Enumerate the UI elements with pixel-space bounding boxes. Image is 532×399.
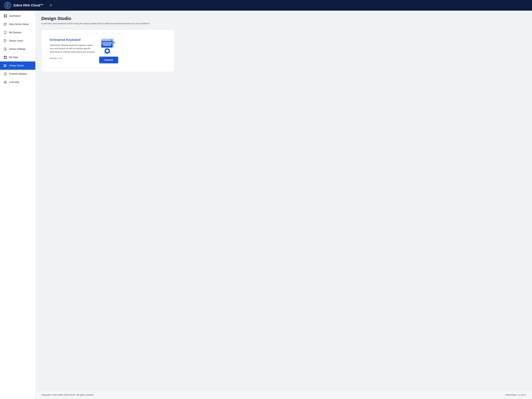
svg-rect-47 bbox=[109, 43, 110, 44]
svg-rect-7 bbox=[4, 16, 5, 18]
card-container: Enterprise Keyboard Zebra-built software… bbox=[41, 29, 174, 72]
footer-rights: All rights reserved. bbox=[76, 394, 94, 396]
sidebar-label-device-users: Device Users bbox=[9, 39, 23, 42]
ek-card-right: Launch bbox=[99, 38, 118, 63]
svg-rect-43 bbox=[102, 43, 103, 44]
sidebar-label-my-devices: My Devices bbox=[9, 31, 21, 34]
sidebar-label-dashboard: Dashboard bbox=[9, 15, 21, 17]
sidebar-label-my-apps: My Apps bbox=[9, 56, 18, 59]
svg-rect-57 bbox=[104, 51, 106, 51]
licensing-icon bbox=[4, 80, 7, 84]
svg-rect-42 bbox=[110, 42, 112, 43]
footer: Copyright © 2024 Zebra DNA Cloud™ All ri… bbox=[35, 391, 532, 399]
sidebar-label-design-studio: Design Studio bbox=[9, 64, 24, 67]
launch-button[interactable]: Launch bbox=[99, 57, 118, 63]
new-device-icon bbox=[4, 22, 7, 26]
footer-copyright: Copyright © 2024 Zebra DNA Cloud™ All ri… bbox=[41, 394, 94, 396]
svg-rect-9 bbox=[4, 23, 5, 24]
svg-rect-26 bbox=[4, 56, 5, 57]
sidebar-item-device-users[interactable]: Device Users bbox=[0, 37, 35, 45]
sidebar: Dashboard New Device Setup bbox=[0, 11, 35, 399]
sidebar-item-android-updates[interactable]: Android Updates bbox=[0, 70, 35, 78]
shield-icon bbox=[4, 72, 7, 76]
apps-icon bbox=[4, 56, 7, 59]
logo: Zebra DNA Cloud™ bbox=[4, 2, 43, 9]
design-icon bbox=[4, 64, 7, 67]
ek-title: Enterprise Keyboard bbox=[50, 38, 96, 42]
sidebar-label-device-settings: Device Settings bbox=[9, 48, 25, 51]
svg-rect-46 bbox=[107, 43, 108, 44]
svg-rect-5 bbox=[4, 14, 5, 16]
sidebar-item-dashboard[interactable]: Dashboard bbox=[0, 12, 35, 20]
svg-point-54 bbox=[106, 50, 109, 52]
svg-rect-37 bbox=[102, 42, 103, 43]
device-icon bbox=[4, 31, 7, 34]
enterprise-keyboard-icon bbox=[100, 38, 118, 54]
enterprise-keyboard-card: Enterprise Keyboard Zebra-built software… bbox=[46, 34, 122, 68]
ek-description: Zebra-built software keyboard supports c… bbox=[50, 44, 96, 53]
svg-rect-29 bbox=[6, 58, 7, 59]
svg-rect-6 bbox=[6, 14, 7, 16]
sidebar-item-new-device-setup[interactable]: New Device Setup bbox=[0, 20, 35, 28]
sidebar-item-device-settings[interactable]: Device Settings bbox=[0, 45, 35, 53]
svg-rect-56 bbox=[107, 53, 108, 54]
topnav: Zebra DNA Cloud™ ≡ bbox=[0, 0, 532, 11]
svg-rect-10 bbox=[6, 23, 7, 24]
sidebar-label-licensing: Licensing bbox=[9, 81, 19, 83]
ek-version: Version 1.0.0 bbox=[50, 57, 96, 59]
page-title: Design Studio bbox=[41, 16, 526, 21]
sidebar-label-android-updates: Android Updates bbox=[9, 73, 27, 75]
settings-icon bbox=[4, 47, 7, 51]
svg-rect-16 bbox=[4, 39, 6, 42]
app-title: Zebra DNA Cloud™ bbox=[13, 3, 43, 7]
sidebar-item-licensing[interactable]: Licensing bbox=[0, 78, 35, 86]
svg-rect-39 bbox=[106, 42, 107, 43]
ek-card-left: Enterprise Keyboard Zebra-built software… bbox=[50, 38, 99, 59]
sidebar-item-my-apps[interactable]: My Apps bbox=[0, 53, 35, 62]
svg-point-21 bbox=[6, 49, 7, 50]
svg-rect-8 bbox=[6, 16, 7, 18]
svg-rect-20 bbox=[4, 48, 6, 51]
svg-rect-45 bbox=[106, 43, 107, 44]
svg-rect-36 bbox=[101, 41, 113, 48]
svg-rect-58 bbox=[109, 51, 110, 51]
svg-rect-40 bbox=[107, 42, 108, 43]
sidebar-label-new-device-setup: New Device Setup bbox=[9, 23, 29, 25]
menu-icon[interactable]: ≡ bbox=[50, 3, 52, 7]
svg-rect-44 bbox=[104, 43, 105, 44]
content-area: Design Studio Customize your solutions f… bbox=[35, 11, 532, 391]
svg-rect-41 bbox=[109, 42, 110, 43]
svg-rect-11 bbox=[4, 25, 5, 25]
dashboard-icon bbox=[4, 14, 7, 18]
logo-icon bbox=[4, 2, 11, 9]
svg-rect-55 bbox=[107, 48, 108, 49]
sidebar-item-my-devices[interactable]: My Devices bbox=[0, 28, 35, 37]
footer-version: zDNA Cloud: v3.10.0.4 bbox=[505, 394, 526, 396]
main-content: Design Studio Customize your solutions f… bbox=[35, 11, 532, 399]
svg-rect-27 bbox=[6, 56, 7, 57]
footer-brand: Zebra DNA Cloud™ bbox=[58, 394, 76, 396]
svg-rect-49 bbox=[103, 45, 111, 45]
users-icon bbox=[4, 39, 7, 43]
svg-rect-38 bbox=[104, 42, 105, 43]
sidebar-item-design-studio[interactable]: Design Studio bbox=[0, 62, 35, 70]
page-subtitle: Customize your solutions further using t… bbox=[41, 22, 526, 25]
svg-rect-48 bbox=[110, 43, 112, 44]
footer-copyright-text: Copyright © 2024 bbox=[41, 394, 58, 396]
svg-rect-28 bbox=[4, 58, 5, 59]
